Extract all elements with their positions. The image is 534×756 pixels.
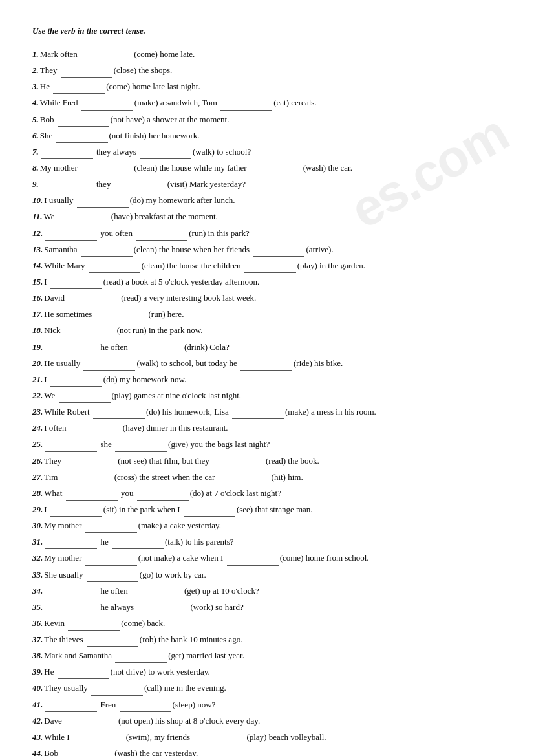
fill-blank[interactable]	[131, 341, 183, 354]
verb-hint-2: (walk)	[193, 147, 215, 157]
verb-hint: (sit)	[103, 504, 117, 514]
fill-blank[interactable]	[114, 178, 166, 191]
fill-blank[interactable]	[136, 227, 187, 241]
list-item: 6.She (not finish) her homework.	[32, 129, 502, 143]
fill-blank[interactable]	[53, 80, 105, 94]
fill-blank[interactable]	[131, 585, 183, 598]
fill-blank[interactable]	[120, 698, 171, 712]
verb-hint: (walk)	[136, 358, 158, 368]
fill-blank[interactable]	[83, 357, 135, 371]
verb-hint-2: (hit)	[272, 472, 286, 482]
fill-blank[interactable]	[59, 389, 111, 403]
fill-blank[interactable]	[85, 552, 137, 565]
fill-blank[interactable]	[58, 210, 110, 224]
fill-blank[interactable]	[81, 162, 133, 175]
fill-blank[interactable]	[81, 243, 133, 257]
fill-blank[interactable]	[58, 113, 109, 127]
list-item: 40.They usually (call) me in the evening…	[32, 682, 502, 695]
fill-blank[interactable]	[87, 568, 138, 582]
fill-blank[interactable]	[65, 715, 117, 728]
item-number: 2.	[32, 65, 39, 75]
fill-blank[interactable]	[61, 747, 113, 756]
fill-blank[interactable]	[41, 146, 93, 159]
fill-blank[interactable]	[227, 552, 279, 565]
fill-blank[interactable]	[219, 471, 270, 484]
verb-hint: (rob)	[140, 634, 156, 644]
list-item: 37.The thieves (rob) the bank 10 minutes…	[32, 633, 502, 647]
fill-blank[interactable]	[240, 357, 292, 371]
fill-blank[interactable]	[45, 535, 97, 549]
fill-blank[interactable]	[91, 682, 143, 695]
item-number: 4.	[32, 98, 39, 107]
fill-blank[interactable]	[232, 405, 284, 419]
fill-blank[interactable]	[96, 308, 147, 321]
list-item: 14.While Mary (clean) the house the chil…	[32, 259, 502, 273]
fill-blank[interactable]	[93, 405, 145, 419]
fill-blank[interactable]	[64, 324, 116, 338]
item-number: 34.	[32, 586, 43, 596]
fill-blank[interactable]	[140, 146, 191, 159]
item-number: 27.	[32, 472, 43, 482]
item-number: 35.	[32, 602, 43, 612]
fill-blank[interactable]	[89, 259, 140, 273]
item-number: 7.	[32, 147, 39, 157]
fill-blank[interactable]	[70, 422, 122, 435]
verb-hint: (come)	[106, 81, 130, 91]
fill-blank[interactable]	[50, 503, 102, 517]
fill-blank[interactable]	[61, 64, 112, 78]
verb-hint: (have)	[123, 423, 144, 433]
item-number: 11.	[32, 211, 43, 221]
item-number: 25.	[32, 439, 43, 449]
fill-blank[interactable]	[45, 438, 97, 451]
fill-blank[interactable]	[65, 455, 116, 468]
verb-hint: (close)	[114, 65, 136, 75]
verb-hint-2: (visit)	[167, 179, 187, 189]
item-number: 32.	[32, 553, 43, 563]
fill-blank[interactable]	[87, 633, 138, 647]
list-item: 38.Mark and Samantha (get) married last …	[32, 649, 502, 663]
verb-hint-2: (drink)	[184, 342, 208, 352]
fill-blank[interactable]	[213, 455, 264, 468]
fill-blank[interactable]	[41, 178, 93, 191]
fill-blank[interactable]	[137, 487, 189, 501]
verb-hint-2: (talk)	[165, 537, 183, 546]
fill-blank[interactable]	[45, 601, 97, 614]
item-number: 12.	[32, 228, 43, 238]
fill-blank[interactable]	[68, 292, 120, 305]
fill-blank[interactable]	[68, 617, 120, 631]
fill-blank[interactable]	[244, 259, 296, 273]
fill-blank[interactable]	[45, 698, 97, 712]
fill-blank[interactable]	[250, 162, 302, 175]
list-item: 44.Bob (wash) the car yesterday.	[32, 747, 502, 756]
fill-blank[interactable]	[66, 487, 118, 501]
list-item: 1.Mark often (come) home late.	[32, 48, 502, 61]
fill-blank[interactable]	[50, 373, 102, 387]
fill-blank[interactable]	[45, 341, 97, 354]
fill-blank[interactable]	[77, 194, 129, 208]
fill-blank[interactable]	[50, 275, 102, 289]
fill-blank[interactable]	[45, 227, 97, 241]
fill-blank[interactable]	[85, 519, 137, 533]
fill-blank[interactable]	[61, 471, 113, 484]
item-number: 19.	[32, 342, 43, 352]
list-item: 26.They (not see) that film, but they (r…	[32, 455, 502, 468]
list-item: 5.Bob (not have) a shower at the moment.	[32, 113, 502, 127]
fill-blank[interactable]	[73, 731, 125, 744]
fill-blank[interactable]	[81, 96, 133, 110]
list-item: 36.Kevin (come) back.	[32, 617, 502, 631]
fill-blank[interactable]	[115, 438, 167, 451]
fill-blank[interactable]	[56, 129, 108, 143]
fill-blank[interactable]	[193, 731, 245, 744]
fill-blank[interactable]	[184, 503, 235, 517]
fill-blank[interactable]	[45, 585, 97, 598]
verb-hint: (play)	[112, 391, 132, 400]
fill-blank[interactable]	[58, 665, 109, 679]
verb-hint-2: (play)	[297, 261, 317, 270]
fill-blank[interactable]	[137, 601, 189, 614]
fill-blank[interactable]	[112, 535, 164, 549]
fill-blank[interactable]	[220, 96, 272, 110]
fill-blank[interactable]	[115, 649, 167, 663]
item-number: 26.	[32, 456, 43, 466]
fill-blank[interactable]	[81, 48, 133, 61]
fill-blank[interactable]	[253, 243, 304, 257]
